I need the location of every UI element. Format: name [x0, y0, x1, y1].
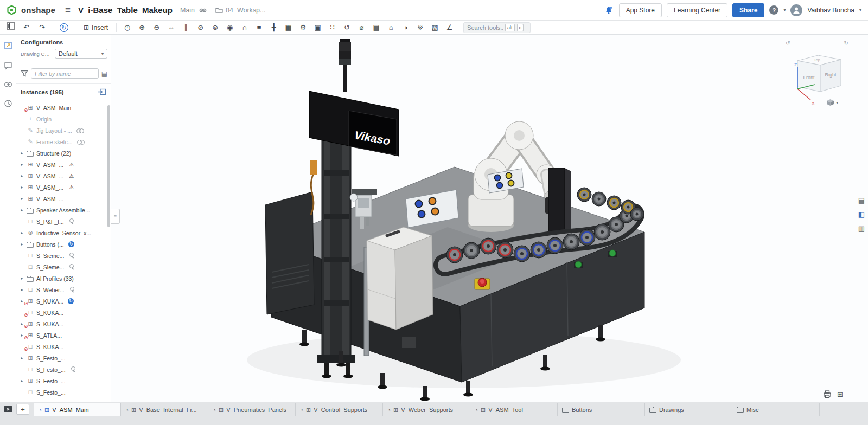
- configuration-dropdown[interactable]: Default ▾: [55, 49, 107, 59]
- rotate-left-arrow-icon[interactable]: ↺: [786, 40, 790, 46]
- panel-collapse-handle[interactable]: ≡: [111, 209, 120, 224]
- onshape-logo-icon[interactable]: [7, 5, 17, 15]
- circular-pattern-icon[interactable]: ↺: [340, 22, 354, 33]
- tree-item-s-kuka[interactable]: ▸⊞⊘S_KUKA...↻: [20, 295, 111, 307]
- chevron-right-icon[interactable]: ▸: [20, 185, 24, 190]
- help-icon[interactable]: ?: [769, 5, 778, 15]
- view-options-menu[interactable]: ▾: [826, 99, 838, 106]
- main-menu-icon[interactable]: ≡: [65, 5, 71, 16]
- tree-item-v-asm[interactable]: ▸⊞V_ASM_...⚠: [20, 159, 111, 170]
- avatar[interactable]: [790, 4, 802, 16]
- move-to-panel-icon[interactable]: [98, 88, 106, 95]
- undo-icon[interactable]: ↶: [19, 22, 34, 33]
- tree-item-speaker-assemblie[interactable]: ▸Speaker Assemblie...: [20, 204, 111, 216]
- chevron-right-icon[interactable]: ▸: [20, 173, 24, 178]
- tree-scrollbar[interactable]: [107, 105, 110, 227]
- tree-item-s-sieme[interactable]: □S_Sieme...: [20, 250, 111, 261]
- tree-item-inductive-sensor-x[interactable]: ▸⊚Inductive_Sensor_x...: [20, 227, 111, 239]
- tree-item-s-kuka[interactable]: ▸⊞⊘S_KUKA...: [20, 318, 111, 330]
- measure-icon[interactable]: ∠: [442, 22, 457, 33]
- grid-view-icon[interactable]: ⊞: [837, 390, 843, 398]
- tab-v-base-internal-fr[interactable]: ◔⊞V_Base_Internal_Fr...: [121, 403, 208, 416]
- tree-item-buttons[interactable]: ▸Buttons (...↻: [20, 239, 111, 250]
- tree-item-s-p-f-i[interactable]: □S_P&F_I...: [20, 216, 111, 227]
- versions-history-icon[interactable]: [4, 99, 12, 110]
- tree-item-v-asm[interactable]: ▸⊞V_ASM_...⚠: [20, 182, 111, 193]
- parallel-mate-icon[interactable]: ≡: [252, 22, 266, 33]
- properties-panel-icon[interactable]: ▤: [858, 196, 865, 204]
- model-canvas[interactable]: Vikaso: [111, 35, 868, 402]
- tab-drawings[interactable]: Drawings: [645, 403, 732, 416]
- chevron-right-icon[interactable]: ▸: [20, 287, 24, 292]
- search-tools-box[interactable]: alt c: [463, 22, 531, 33]
- viewcube-top-label[interactable]: Top: [814, 57, 820, 62]
- tree-item-v-asm-main[interactable]: ⊞⊘V_ASM_Main: [20, 102, 111, 113]
- chevron-right-icon[interactable]: ▸: [20, 356, 24, 360]
- tree-item-s-kuka[interactable]: □⊘S_KUKA...: [20, 307, 111, 318]
- comments-icon[interactable]: [4, 61, 12, 72]
- slider-mate-icon[interactable]: ⇔: [164, 22, 178, 33]
- viewcube-right-label[interactable]: Right: [825, 72, 837, 78]
- tree-item-frame-sketc[interactable]: ✎Frame sketc...: [20, 136, 111, 147]
- tree-item-s-festo[interactable]: ▸⊞S_Festo_...: [20, 375, 111, 387]
- search-tools-input[interactable]: [467, 24, 503, 31]
- viewcube-front-label[interactable]: Front: [803, 75, 815, 80]
- fastened-mate-icon[interactable]: ⊕: [135, 22, 149, 33]
- tree-item-origin[interactable]: +Origin: [20, 113, 111, 125]
- section-view-icon[interactable]: ▧: [427, 22, 442, 33]
- center-of-mass-icon[interactable]: ⌀: [354, 22, 369, 33]
- tab-buttons[interactable]: Buttons: [558, 403, 645, 416]
- chevron-right-icon[interactable]: ▸: [20, 230, 24, 235]
- tab-v-weber-supports[interactable]: ◔⊞V_Weber_Supports: [383, 403, 470, 416]
- tree-item-jig-layout[interactable]: ✎Jig Layout - ...: [20, 125, 111, 136]
- cylindrical-mate-icon[interactable]: ⊘: [193, 22, 208, 33]
- named-positions-icon[interactable]: ⌂: [384, 22, 398, 33]
- chevron-right-icon[interactable]: ▸: [20, 378, 24, 383]
- follow-mode-icon[interactable]: [4, 41, 12, 51]
- chevron-right-icon[interactable]: ▸: [20, 208, 24, 212]
- tangent-mate-icon[interactable]: ∩: [237, 22, 252, 33]
- tree-item-structure-22[interactable]: ▸Structure (22): [20, 147, 111, 159]
- tree-item-s-festo[interactable]: □S_Festo_...: [20, 387, 111, 398]
- filter-input[interactable]: [31, 68, 99, 79]
- planar-mate-icon[interactable]: ∥: [178, 22, 193, 33]
- mate-connector-icon[interactable]: ╋: [266, 22, 281, 33]
- tab-v-asm-tool[interactable]: ◔⊞V_ASM_Tool: [470, 403, 558, 416]
- replicate-icon[interactable]: ▣: [310, 22, 325, 33]
- learning-center-button[interactable]: Learning Center: [667, 3, 727, 17]
- explode-view-icon[interactable]: ※: [413, 22, 427, 33]
- revolute-mate-icon[interactable]: ⊖: [149, 22, 164, 33]
- tree-item-al-profiles-33[interactable]: ▸Al Profiles (33): [20, 273, 111, 284]
- share-button[interactable]: Share: [732, 3, 764, 17]
- list-view-toggle-icon[interactable]: ▤: [101, 70, 107, 78]
- ball-mate-icon[interactable]: ◉: [222, 22, 237, 33]
- tree-item-s-kuka[interactable]: □⊘S_KUKA...: [20, 341, 111, 352]
- chevron-right-icon[interactable]: ▸: [20, 276, 24, 281]
- display-states-icon[interactable]: ◑: [398, 22, 413, 33]
- chevron-right-icon[interactable]: ▸: [20, 196, 24, 201]
- tree-item-v-asm[interactable]: ▸⊞V_ASM_...: [20, 193, 111, 204]
- user-menu-caret-icon[interactable]: ▾: [859, 8, 861, 12]
- configuration-panel-icon[interactable]: ◧: [858, 210, 865, 218]
- linked-documents-icon[interactable]: [4, 81, 12, 89]
- rollback-icon[interactable]: ◷: [120, 22, 135, 33]
- chevron-right-icon[interactable]: ▸: [20, 162, 24, 167]
- workspace-breadcrumb[interactable]: 04_Worksp...: [215, 7, 265, 14]
- app-store-button[interactable]: App Store: [619, 3, 662, 17]
- print-icon[interactable]: [823, 390, 832, 398]
- group-icon[interactable]: ▦: [281, 22, 296, 33]
- chevron-right-icon[interactable]: ▸: [20, 242, 24, 247]
- filter-funnel-icon[interactable]: [21, 70, 28, 77]
- tree-item-s-sieme[interactable]: □S_Sieme...: [20, 261, 111, 273]
- insert-button[interactable]: ⊞ Insert: [79, 23, 113, 33]
- update-references-icon[interactable]: ↻: [60, 23, 68, 32]
- tree-item-s-festo[interactable]: ▸⊞S_Festo_...: [20, 352, 111, 364]
- link-icon[interactable]: [199, 7, 207, 14]
- tab-misc[interactable]: Misc: [732, 403, 820, 416]
- tab-v-control-supports[interactable]: ◔⊞V_Control_Supports: [296, 403, 383, 416]
- notification-bell-icon[interactable]: [604, 6, 613, 15]
- pin-slot-mate-icon[interactable]: ⊚: [208, 22, 222, 33]
- tab-v-pneumatics-panels[interactable]: ◔⊞V_Pneumatics_Panels: [208, 403, 296, 416]
- tree-item-s-weber[interactable]: ▸□S_Weber...: [20, 284, 111, 295]
- chevron-right-icon[interactable]: ▸: [20, 151, 24, 156]
